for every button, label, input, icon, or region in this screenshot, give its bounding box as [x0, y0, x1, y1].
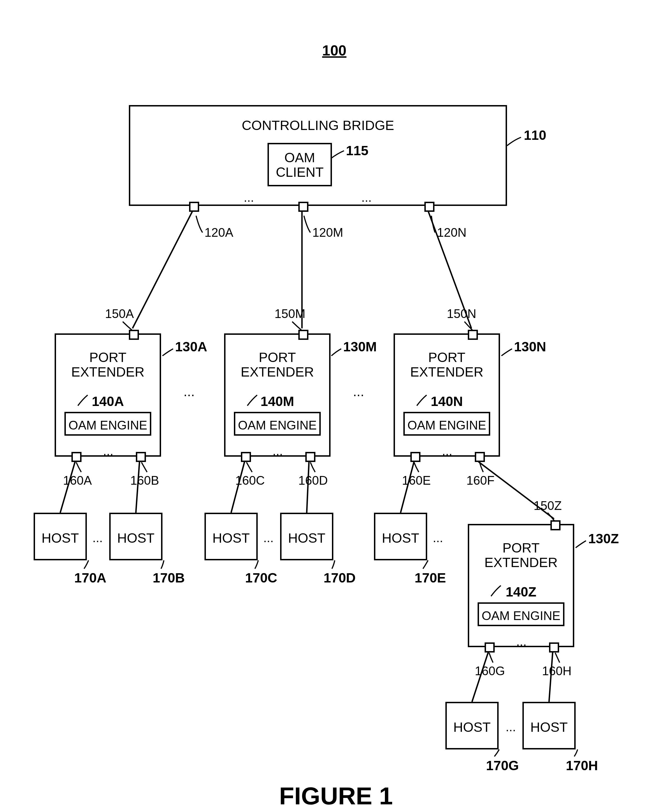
ref-160a: 160A	[63, 474, 92, 487]
extender-a-uplink-port	[129, 330, 139, 340]
ref-130z: 130Z	[588, 531, 619, 546]
host-a: HOST	[33, 513, 87, 560]
bridge-ports-ellipsis-am: ...	[244, 190, 254, 205]
host-c: HOST	[205, 513, 258, 560]
extender-a-down-port-right	[136, 452, 146, 462]
ref-170b: 170B	[153, 570, 185, 586]
extender-m-uplink-port	[298, 330, 308, 340]
port-extender-m: PORT EXTENDER 140M OAM ENGINE ...	[224, 334, 330, 457]
ref-110: 110	[524, 127, 546, 143]
extender-a-down-port-left	[72, 452, 82, 462]
extenders-row-ellipsis-am: ...	[183, 384, 195, 399]
oam-engine-z-label: OAM ENGINE	[479, 609, 563, 623]
oam-engine-z-box: OAM ENGINE	[478, 603, 564, 626]
port-extender-z: PORT EXTENDER 140Z OAM ENGINE ...	[468, 524, 574, 647]
oam-engine-n-box: OAM ENGINE	[404, 412, 490, 436]
controlling-bridge-title: CONTROLLING BRIDGE	[130, 118, 505, 133]
extenders-row-ellipsis-mn: ...	[353, 384, 364, 399]
bridge-port-m	[298, 202, 308, 212]
port-extender-n: PORT EXTENDER 140N OAM ENGINE ...	[394, 334, 500, 457]
ref-160h: 160H	[542, 664, 572, 678]
ref-140a: 140A	[56, 394, 160, 409]
oam-client-box: OAM CLIENT	[267, 143, 332, 186]
ref-120a: 120A	[205, 225, 233, 240]
host-a-label: HOST	[35, 530, 85, 546]
oam-client-label: OAM CLIENT	[269, 150, 330, 180]
extender-z-down-ellipsis: ...	[516, 634, 527, 649]
host-d: HOST	[280, 513, 333, 560]
host-h-label: HOST	[524, 720, 574, 735]
ref-150m: 150M	[275, 307, 305, 321]
port-extender-n-title: PORT EXTENDER	[395, 350, 499, 379]
ref-140z: 140Z	[469, 584, 573, 599]
ref-160e: 160E	[402, 474, 431, 487]
extender-a-down-ellipsis: ...	[103, 444, 113, 458]
bridge-port-a	[189, 202, 199, 212]
ref-120m: 120M	[312, 225, 343, 240]
port-extender-m-title: PORT EXTENDER	[225, 350, 329, 379]
ref-140m: 140M	[225, 394, 329, 409]
ref-170h: 170H	[566, 758, 598, 773]
ref-170a: 170A	[74, 570, 107, 586]
extender-z-down-port-left	[485, 643, 495, 653]
extender-m-down-port-left	[241, 452, 251, 462]
bridge-port-n	[424, 202, 434, 212]
ref-150n: 150N	[447, 307, 476, 321]
extender-n-down-ellipsis: ...	[442, 444, 452, 458]
hosts-ellipsis-cd: ...	[263, 531, 273, 545]
host-c-label: HOST	[206, 530, 256, 546]
ref-130m: 130M	[343, 339, 377, 354]
host-e-label: HOST	[375, 530, 426, 546]
extender-n-uplink-port	[468, 330, 478, 340]
oam-engine-m-box: OAM ENGINE	[234, 412, 321, 436]
ref-150a: 150A	[105, 307, 134, 321]
ref-160d: 160D	[298, 474, 328, 487]
figure-number-label: 100	[322, 42, 347, 59]
hosts-ellipsis-ab: ...	[92, 531, 103, 545]
oam-engine-a-box: OAM ENGINE	[64, 412, 151, 436]
oam-engine-a-label: OAM ENGINE	[66, 418, 150, 432]
ref-160c: 160C	[235, 474, 265, 487]
figure-caption: FIGURE 1	[0, 782, 672, 808]
ref-160g: 160G	[475, 664, 505, 678]
host-d-label: HOST	[282, 530, 332, 546]
ref-140n: 140N	[395, 394, 499, 409]
host-h: HOST	[522, 702, 575, 750]
host-b: HOST	[109, 513, 162, 560]
oam-engine-n-label: OAM ENGINE	[405, 418, 489, 432]
ref-115: 115	[346, 143, 369, 158]
oam-engine-m-label: OAM ENGINE	[235, 418, 319, 432]
extender-m-down-ellipsis: ...	[273, 444, 283, 458]
ref-170d: 170D	[323, 570, 356, 586]
extender-m-down-port-right	[305, 452, 315, 462]
host-e: HOST	[374, 513, 427, 560]
port-extender-z-title: PORT EXTENDER	[469, 541, 573, 570]
ref-170e: 170E	[415, 570, 446, 586]
port-extender-a: PORT EXTENDER 140A OAM ENGINE ...	[55, 334, 161, 457]
extender-z-uplink-port	[550, 520, 560, 530]
host-g: HOST	[445, 702, 499, 750]
ref-160f: 160F	[466, 474, 494, 487]
ref-120n: 120N	[437, 225, 466, 240]
ref-170c: 170C	[245, 570, 277, 586]
ref-130a: 130A	[175, 339, 207, 354]
port-extender-a-title: PORT EXTENDER	[56, 350, 160, 379]
ref-150z: 150Z	[534, 499, 562, 513]
controlling-bridge: CONTROLLING BRIDGE OAM CLIENT ... ...	[129, 105, 507, 206]
hosts-ellipsis-gh: ...	[505, 720, 516, 734]
ref-160b: 160B	[130, 474, 159, 487]
ref-130n: 130N	[514, 339, 546, 354]
host-g-label: HOST	[447, 720, 497, 735]
extender-n-down-port-right	[475, 452, 485, 462]
extender-z-down-port-right	[549, 643, 559, 653]
hosts-ellipsis-e: ...	[433, 531, 443, 545]
extender-n-down-port-left	[410, 452, 420, 462]
bridge-ports-ellipsis-mn: ...	[361, 190, 372, 205]
host-b-label: HOST	[111, 530, 161, 546]
ref-170g: 170G	[486, 758, 519, 773]
